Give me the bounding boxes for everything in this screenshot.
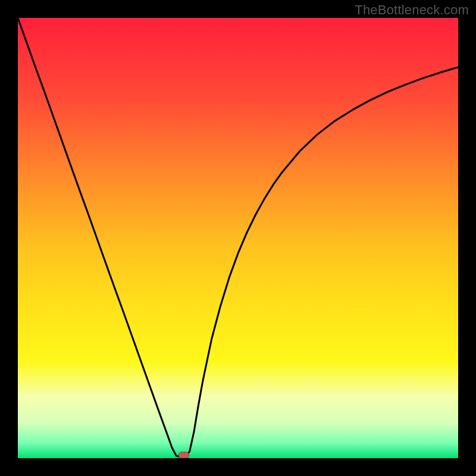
- chart-svg: [18, 18, 458, 458]
- chart-frame: TheBottleneck.com: [0, 0, 476, 476]
- watermark-text: TheBottleneck.com: [355, 2, 469, 18]
- min-marker: [178, 452, 189, 458]
- plot-area: [18, 18, 458, 458]
- gradient-background: [18, 18, 458, 458]
